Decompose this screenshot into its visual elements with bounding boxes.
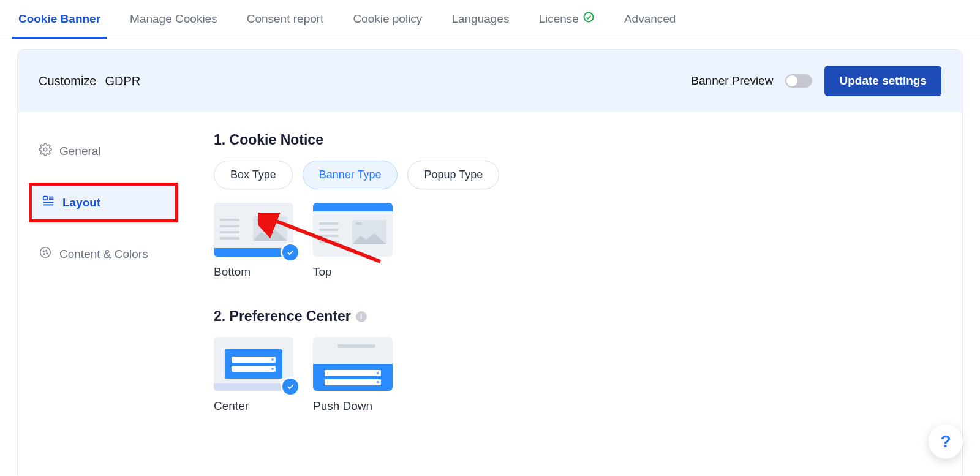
svg-rect-2: [43, 197, 47, 200]
tab-license-label: License: [538, 12, 579, 26]
svg-point-9: [46, 250, 47, 251]
check-icon: [282, 379, 298, 395]
tab-license[interactable]: License: [537, 0, 596, 39]
type-tab-banner[interactable]: Banner Type: [303, 161, 398, 189]
svg-point-8: [43, 251, 44, 252]
option-label: Top: [313, 265, 393, 279]
type-tab-box[interactable]: Box Type: [214, 161, 293, 189]
tab-cookie-policy[interactable]: Cookie policy: [352, 0, 423, 39]
notice-position-options: Bottom Top: [214, 203, 938, 279]
tab-consent-report[interactable]: Consent report: [246, 0, 325, 39]
layout-icon: [42, 194, 55, 211]
banner-preview-label: Banner Preview: [691, 74, 773, 88]
option-bottom[interactable]: Bottom: [214, 203, 293, 279]
regulation-label: GDPR: [105, 74, 140, 88]
cookie-icon: [39, 246, 52, 262]
thumb-bottom: [214, 203, 293, 257]
info-icon[interactable]: i: [356, 311, 367, 322]
svg-point-10: [43, 254, 45, 255]
settings-panel: Customize GDPR Banner Preview Update set…: [17, 49, 963, 476]
svg-point-11: [47, 253, 48, 254]
gear-icon: [39, 143, 52, 159]
option-push-down[interactable]: Push Down: [313, 337, 393, 413]
top-tabs: Cookie Banner Manage Cookies Consent rep…: [0, 0, 980, 39]
sidebar-item-layout[interactable]: Layout: [32, 186, 175, 219]
sidebar-item-general[interactable]: General: [29, 134, 178, 168]
sidebar-item-label: Content & Colors: [59, 247, 148, 261]
thumb-push-down: [313, 337, 393, 391]
svg-point-7: [40, 247, 51, 258]
check-icon: [282, 244, 298, 260]
thumb-top: [313, 203, 393, 257]
annotation-highlight: Layout: [29, 183, 178, 222]
tab-advanced[interactable]: Advanced: [623, 0, 677, 39]
tab-manage-cookies[interactable]: Manage Cookies: [129, 0, 219, 39]
thumb-center: [214, 337, 293, 391]
sidebar-item-label: General: [59, 145, 101, 158]
sidebar-item-label: Layout: [62, 196, 100, 210]
option-label: Center: [214, 399, 293, 413]
banner-preview-toggle[interactable]: [785, 74, 812, 88]
svg-point-1: [43, 148, 47, 151]
option-label: Push Down: [313, 399, 393, 413]
tab-cookie-banner[interactable]: Cookie Banner: [17, 0, 102, 39]
sidebar-item-content-colors[interactable]: Content & Colors: [29, 237, 178, 271]
update-settings-button[interactable]: Update settings: [824, 66, 941, 96]
option-center[interactable]: Center: [214, 337, 293, 413]
tab-languages[interactable]: Languages: [450, 0, 510, 39]
section-preference-center-title: 2. Preference Center i: [214, 308, 938, 325]
help-button[interactable]: ?: [929, 425, 963, 459]
option-top[interactable]: Top: [313, 203, 393, 279]
notice-type-tabs: Box Type Banner Type Popup Type: [214, 161, 938, 189]
section-cookie-notice-title: 1. Cookie Notice: [214, 132, 938, 148]
section-title-text: 2. Preference Center: [214, 308, 351, 325]
preference-center-options: Center Push Down: [214, 337, 938, 413]
type-tab-popup[interactable]: Popup Type: [407, 161, 499, 189]
content-area: 1. Cookie Notice Box Type Banner Type Po…: [189, 132, 962, 442]
check-circle-icon: [582, 11, 595, 26]
panel-header: Customize GDPR Banner Preview Update set…: [18, 50, 962, 112]
sidebar: General Layout Content & Colors: [18, 132, 189, 442]
customize-label: Customize: [39, 74, 96, 88]
option-label: Bottom: [214, 265, 293, 279]
